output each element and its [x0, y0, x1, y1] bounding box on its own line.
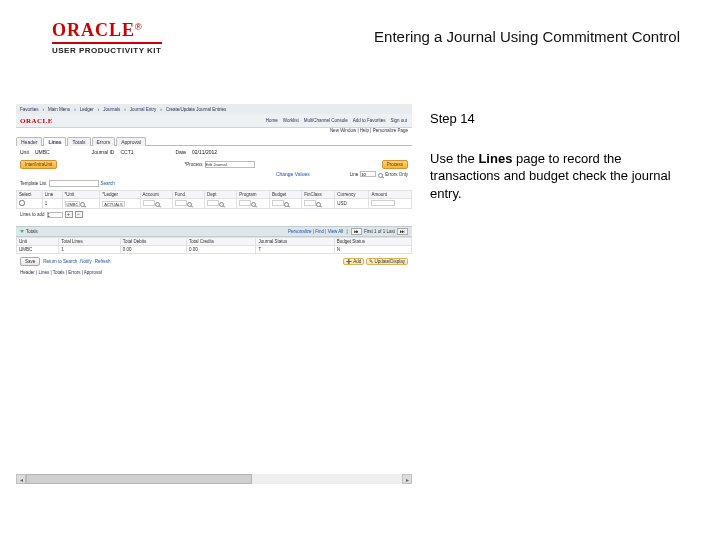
- col-unit[interactable]: *Unit: [62, 191, 100, 199]
- logo-subtitle: USER PRODUCTIVITY KIT: [52, 46, 162, 55]
- lookup-icon[interactable]: [251, 202, 256, 207]
- process-button[interactable]: Process: [382, 160, 408, 169]
- minus-icon[interactable]: −: [75, 211, 83, 218]
- process-label: *Process: [184, 162, 202, 167]
- interunit-button[interactable]: Inter/IntraUnit: [20, 160, 57, 169]
- bc-0[interactable]: Favorites: [20, 107, 39, 112]
- tab-totals[interactable]: Totals: [67, 137, 90, 146]
- row1-ledger[interactable]: ACTUALS: [102, 201, 124, 207]
- col-line[interactable]: Line: [42, 191, 62, 199]
- row1-unit[interactable]: UMBC: [65, 201, 81, 207]
- save-button[interactable]: Save: [20, 257, 40, 266]
- t-bstatus[interactable]: N: [334, 246, 411, 254]
- lookup-icon[interactable]: [316, 202, 321, 207]
- unit-label: Unit: [20, 149, 29, 155]
- unit-value: UMBC: [35, 149, 50, 155]
- scroll-left-icon[interactable]: ◂: [16, 474, 26, 484]
- horizontal-scrollbar[interactable]: ◂ ▸: [16, 474, 412, 484]
- col-ledger[interactable]: *Ledger: [100, 191, 140, 199]
- link-signout[interactable]: Sign out: [389, 118, 408, 123]
- lines-add-label: Lines to add: [20, 212, 45, 217]
- col-finclass[interactable]: FinClass: [302, 191, 335, 199]
- line-ctr-input[interactable]: [360, 171, 376, 177]
- new-window-bar[interactable]: New Window | Help | Personalize Page: [16, 128, 412, 136]
- step-heading: Step 14: [430, 110, 680, 128]
- tab-header[interactable]: Header: [16, 137, 42, 146]
- tcol-bstatus[interactable]: Budget Status: [334, 238, 411, 246]
- lookup-icon[interactable]: [187, 202, 192, 207]
- step-column: Step 14 Use the Lines page to record the…: [430, 110, 680, 202]
- tab-lines[interactable]: Lines: [43, 137, 66, 146]
- link-fav[interactable]: Add to Favorites: [352, 118, 387, 123]
- col-program[interactable]: Program: [237, 191, 270, 199]
- row1-finclass[interactable]: [304, 200, 316, 206]
- lookup-icon[interactable]: [80, 202, 85, 207]
- t-unit: UMBC: [17, 246, 59, 254]
- process-select[interactable]: Edit Journal: [205, 161, 255, 168]
- row1-amount[interactable]: [371, 200, 395, 206]
- col-fund[interactable]: Fund: [172, 191, 204, 199]
- jid-value: CCT1: [120, 149, 133, 155]
- notify-link[interactable]: Notify: [80, 259, 92, 264]
- row1-account[interactable]: [143, 200, 155, 206]
- bc-1[interactable]: Main Menu: [48, 107, 70, 112]
- col-account[interactable]: Account: [140, 191, 172, 199]
- tcol-jstatus[interactable]: Journal Status: [256, 238, 334, 246]
- logo-block: ORACLE® USER PRODUCTIVITY KIT: [52, 20, 162, 55]
- row1-fund[interactable]: [175, 200, 187, 206]
- bc-4[interactable]: Journal Entry: [130, 107, 157, 112]
- col-budget[interactable]: Budget: [270, 191, 302, 199]
- tcol-unit[interactable]: Unit: [17, 238, 59, 246]
- return-link[interactable]: Return to Search: [43, 259, 77, 264]
- bc-2[interactable]: Ledger: [80, 107, 94, 112]
- link-worklist[interactable]: Worklist: [282, 118, 300, 123]
- row1-program[interactable]: [239, 200, 251, 206]
- oracle-logo-word: ORACLE: [52, 20, 135, 40]
- tcol-debits[interactable]: Total Debits: [120, 238, 186, 246]
- bc-5[interactable]: Create/Update Journal Entries: [166, 107, 227, 112]
- bc-3[interactable]: Journals: [103, 107, 120, 112]
- jid-label: Journal ID: [92, 149, 115, 155]
- scroll-right-icon[interactable]: ▸: [402, 474, 412, 484]
- lookup-icon[interactable]: [284, 202, 289, 207]
- tab-approval[interactable]: Approval: [116, 137, 146, 146]
- change-values-link[interactable]: Change Values: [276, 171, 310, 177]
- totals-nav: First 1 of 1 Last: [364, 229, 395, 234]
- tcol-lines[interactable]: Total Lines: [59, 238, 120, 246]
- date-label: Date: [176, 149, 187, 155]
- lines-add-input[interactable]: 1: [47, 212, 63, 218]
- plus-icon[interactable]: +: [65, 211, 73, 218]
- col-dept[interactable]: Dept: [205, 191, 237, 199]
- first-icon[interactable]: ⏮: [351, 228, 362, 235]
- scroll-thumb[interactable]: [26, 474, 252, 484]
- col-currency[interactable]: Currency: [335, 191, 369, 199]
- lookup-icon[interactable]: [219, 202, 224, 207]
- step-text: Use the Lines page to record the transac…: [430, 150, 680, 203]
- link-mcc[interactable]: MultiChannel Console: [303, 118, 349, 123]
- tcol-credits[interactable]: Total Credits: [186, 238, 256, 246]
- collapse-icon[interactable]: [20, 230, 24, 233]
- row1-select[interactable]: [19, 200, 25, 206]
- t-credits: 0.00: [186, 246, 256, 254]
- link-home[interactable]: Home: [265, 118, 279, 123]
- row1-budget[interactable]: [272, 200, 284, 206]
- col-amount[interactable]: Amount: [369, 191, 412, 199]
- add-button[interactable]: ➕ Add: [343, 258, 364, 265]
- lookup-icon[interactable]: [378, 173, 383, 178]
- app-frame: Favorites › Main Menu › Ledger › Journal…: [16, 104, 412, 484]
- refresh-link[interactable]: Refresh: [95, 259, 111, 264]
- brand-row: ORACLE Home Worklist MultiChannel Consol…: [16, 114, 412, 128]
- row1-dept[interactable]: [207, 200, 219, 206]
- footer-tabs[interactable]: Header | Lines | Totals | Errors | Appro…: [16, 269, 412, 276]
- logo-rule: [52, 42, 162, 44]
- col-select[interactable]: Select: [17, 191, 43, 199]
- totals-personalize[interactable]: Personalize | Find | View All: [288, 229, 343, 234]
- template-select[interactable]: [49, 180, 99, 187]
- template-search[interactable]: Search: [101, 181, 115, 186]
- breadcrumb: Favorites › Main Menu › Ledger › Journal…: [16, 104, 412, 114]
- t-jstatus[interactable]: T: [256, 246, 334, 254]
- update-button[interactable]: ✎ Update/Display: [366, 258, 408, 265]
- tab-errors[interactable]: Errors: [92, 137, 116, 146]
- lookup-icon[interactable]: [155, 202, 160, 207]
- last-icon[interactable]: ⏭: [397, 228, 408, 235]
